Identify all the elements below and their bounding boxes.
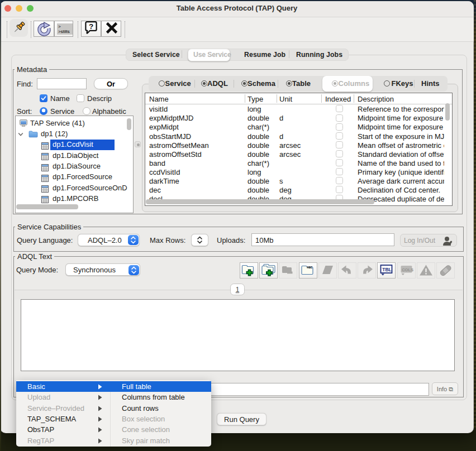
svg-text:?: ? [89,22,93,31]
svg-text:TBL: TBL [383,267,392,272]
svg-text:ABC: ABC [307,266,312,270]
svg-text:COLS: COLS [402,267,413,272]
